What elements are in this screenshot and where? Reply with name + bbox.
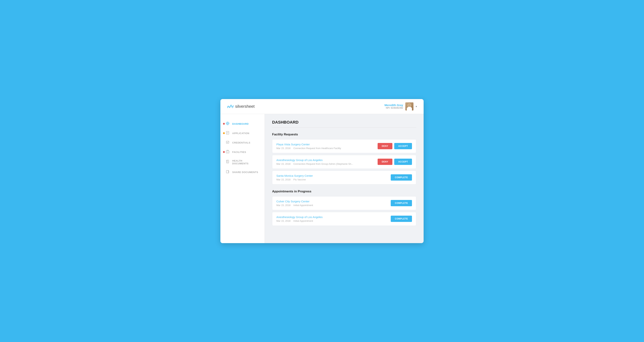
facilities-icon: [226, 150, 230, 154]
svg-rect-20: [226, 171, 228, 173]
credentials-icon: [226, 141, 230, 145]
nav-dot-dashboard: [223, 123, 225, 125]
facility-name-1[interactable]: Playa Vista Surgery Center: [276, 143, 341, 146]
sidebar-credentials-label: CREDENTIALS: [232, 141, 250, 144]
appt-meta-1: Mar 15, 2018 Initial Appointment: [276, 204, 313, 207]
logo-area: silversheet: [227, 104, 254, 109]
card-actions-3: COMPLETE: [391, 174, 412, 180]
deny-button-2[interactable]: DENY: [378, 159, 392, 165]
user-info: Meredith Gray NPI: 9238282392: [384, 104, 403, 109]
appointment-card-2: Anesthesiology Group of Los Angeles Mar …: [272, 212, 416, 226]
user-menu[interactable]: Meredith Gray NPI: 9238282392 ▾: [384, 102, 417, 111]
nav-dot-facilities: [223, 151, 225, 153]
sidebar-item-facilities[interactable]: FACILITIES: [220, 147, 264, 157]
appt-date-2: Mar 15, 2018: [276, 219, 290, 222]
appt-card-left-2: Anesthesiology Group of Los Angeles Mar …: [276, 215, 322, 222]
appt-desc-2: Initial Appointment: [293, 219, 313, 222]
sidebar: DASHBOARD APPLICATION: [220, 114, 265, 243]
card-date-3: Mar 15, 2018: [276, 178, 290, 181]
sidebar-item-credentials[interactable]: CREDENTIALS: [220, 138, 264, 147]
card-actions-1: DENY ACCEPT: [378, 143, 412, 149]
dashboard-icon: [226, 122, 230, 126]
sidebar-item-application[interactable]: APPLICATION: [220, 129, 264, 138]
card-meta-1: Mar 15, 2018 Connection Request from Hea…: [276, 147, 341, 150]
sidebar-item-health-documents[interactable]: HEALTH DOCUMENTS: [220, 157, 264, 168]
facility-name-2[interactable]: Anesthesiology Group of Los Angeles: [276, 159, 353, 162]
health-documents-icon: [226, 160, 230, 164]
avatar-image: [405, 102, 414, 111]
logo-text: silversheet: [235, 104, 254, 109]
application-icon: [226, 131, 230, 135]
sidebar-dashboard-label: DASHBOARD: [232, 123, 249, 125]
appointment-card-1: Culver City Surgery Center Mar 15, 2018 …: [272, 196, 416, 210]
svg-rect-17: [227, 161, 228, 161]
share-documents-icon: [226, 170, 230, 174]
sidebar-item-share-documents[interactable]: SHARE DOCUMENTS: [220, 168, 264, 177]
logo-icon: [227, 104, 234, 109]
body: DASHBOARD APPLICATION: [220, 114, 424, 243]
appt-desc-1: Initial Appointment: [293, 204, 313, 207]
card-date-1: Mar 15, 2018: [276, 147, 290, 150]
facility-request-card-3: Santa Monica Surgery Center Mar 15, 2018…: [272, 171, 416, 184]
header: silversheet Meredith Gray NPI: 923828239…: [220, 99, 424, 114]
svg-point-1: [227, 123, 228, 124]
card-desc-2: Connection Request from Group Admin (Ste…: [293, 163, 353, 165]
card-desc-1: Connection Request from Healthcare Facil…: [293, 147, 341, 150]
card-left-2: Anesthesiology Group of Los Angeles Mar …: [276, 159, 353, 165]
card-left-1: Playa Vista Surgery Center Mar 15, 2018 …: [276, 143, 341, 150]
card-meta-3: Mar 15, 2018 Flu Vaccine: [276, 178, 313, 181]
appt-actions-1: COMPLETE: [391, 200, 412, 206]
chevron-down-icon[interactable]: ▾: [416, 105, 417, 108]
appt-card-left-1: Culver City Surgery Center Mar 15, 2018 …: [276, 200, 313, 207]
sidebar-item-dashboard[interactable]: DASHBOARD: [220, 119, 264, 129]
main-content: DASHBOARD Facility Requests Playa Vista …: [265, 114, 424, 243]
appointments-title: Appointments in Progress: [272, 190, 416, 193]
complete-button-appt-2[interactable]: COMPLETE: [391, 216, 412, 222]
user-name: Meredith Gray: [384, 104, 403, 107]
nav-dot-application: [223, 132, 225, 134]
page-title: DASHBOARD: [272, 120, 416, 128]
appt-name-1[interactable]: Culver City Surgery Center: [276, 200, 313, 203]
facility-name-3[interactable]: Santa Monica Surgery Center: [276, 174, 313, 177]
appt-date-1: Mar 15, 2018: [276, 204, 290, 207]
sidebar-share-docs-label: SHARE DOCUMENTS: [232, 171, 258, 173]
card-meta-2: Mar 15, 2018 Connection Request from Gro…: [276, 163, 353, 165]
complete-button-appt-1[interactable]: COMPLETE: [391, 200, 412, 206]
sidebar-facilities-label: FACILITIES: [232, 151, 246, 154]
complete-button-3[interactable]: COMPLETE: [391, 174, 412, 180]
appt-meta-2: Mar 15, 2018 Initial Appointment: [276, 219, 322, 222]
facility-request-card-1: Playa Vista Surgery Center Mar 15, 2018 …: [272, 139, 416, 153]
card-desc-3: Flu Vaccine: [293, 178, 306, 181]
card-left-3: Santa Monica Surgery Center Mar 15, 2018…: [276, 174, 313, 181]
facility-requests-title: Facility Requests: [272, 133, 416, 136]
facility-request-card-2: Anesthesiology Group of Los Angeles Mar …: [272, 155, 416, 169]
appt-name-2[interactable]: Anesthesiology Group of Los Angeles: [276, 215, 322, 219]
sidebar-application-label: APPLICATION: [232, 132, 250, 135]
appt-actions-2: COMPLETE: [391, 216, 412, 222]
sidebar-health-docs-label: HEALTH DOCUMENTS: [232, 159, 259, 165]
svg-rect-12: [227, 150, 228, 151]
svg-rect-10: [226, 141, 229, 143]
card-date-2: Mar 15, 2018: [276, 163, 290, 165]
accept-button-1[interactable]: ACCEPT: [394, 143, 412, 149]
card-actions-2: DENY ACCEPT: [378, 159, 412, 165]
accept-button-2[interactable]: ACCEPT: [394, 159, 412, 165]
app-window: silversheet Meredith Gray NPI: 923828239…: [220, 99, 424, 243]
user-npi: NPI: 9238282392: [384, 107, 403, 109]
deny-button-1[interactable]: DENY: [378, 143, 392, 149]
avatar: [405, 102, 414, 111]
